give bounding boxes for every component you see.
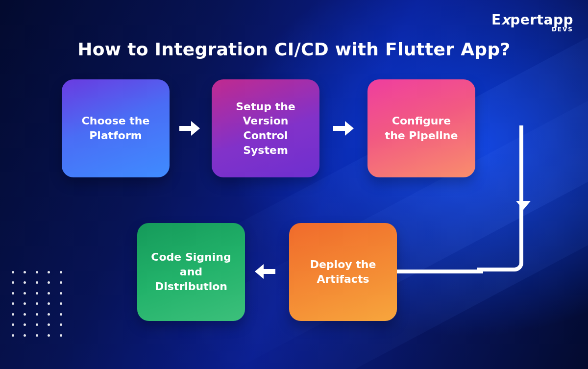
- step-label: Configure the Pipeline: [381, 114, 462, 143]
- flow-connector-segment: [397, 270, 483, 273]
- step-card-configure-pipeline: Configure the Pipeline: [368, 79, 475, 177]
- step-label: Code Signing and Distribution: [151, 250, 231, 294]
- arrow-left-icon: [255, 264, 275, 279]
- step-label: Choose the Platform: [75, 114, 156, 143]
- step-card-version-control: Setup the Version Control System: [212, 79, 319, 177]
- logo-main: Expert: [491, 12, 543, 28]
- decorative-dot-grid: [12, 271, 67, 340]
- flow-connector: [477, 125, 523, 271]
- step-label: Deploy the Artifacts: [303, 257, 383, 286]
- brand-logo: Expertapp DEVS: [491, 12, 573, 33]
- arrow-down-icon: [516, 201, 531, 210]
- arrow-right-icon: [179, 121, 200, 136]
- arrow-right-icon: [333, 121, 354, 136]
- page-title: How to Integration CI/CD with Flutter Ap…: [0, 39, 588, 59]
- step-card-code-signing: Code Signing and Distribution: [137, 223, 245, 321]
- step-card-choose-platform: Choose the Platform: [62, 79, 170, 177]
- step-card-deploy-artifacts: Deploy the Artifacts: [289, 223, 397, 321]
- step-label: Setup the Version Control System: [225, 99, 306, 158]
